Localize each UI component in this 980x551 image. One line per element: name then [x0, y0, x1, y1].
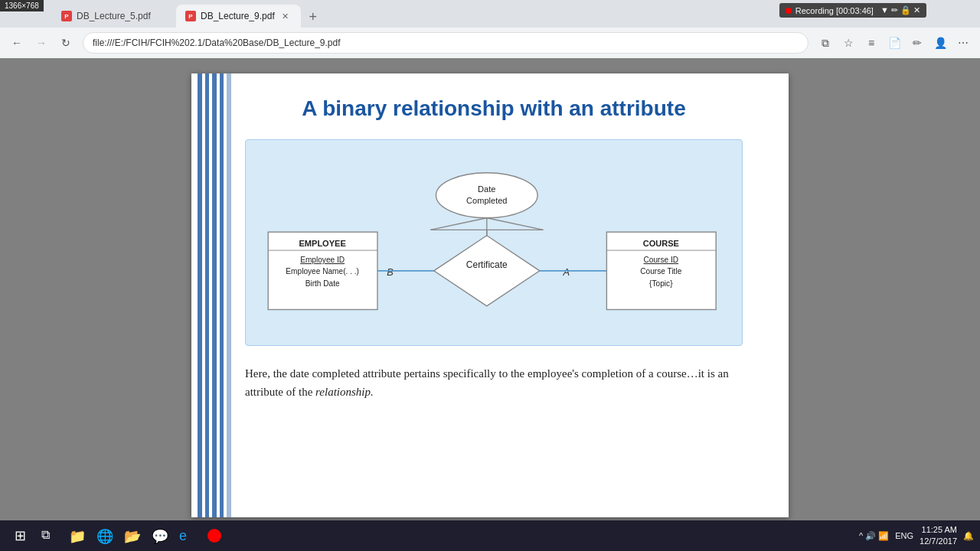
- page-content: A binary relationship with an attribute …: [245, 96, 743, 401]
- new-tab-button[interactable]: +: [302, 6, 324, 28]
- user-icon[interactable]: 👤: [929, 32, 951, 54]
- tab1-label: DB_Lecture_5.pdf: [77, 11, 151, 21]
- stripe-5: [227, 73, 231, 517]
- recording-controls: ▼ ✏ 🔒 ✕: [880, 5, 920, 15]
- close-tab-button[interactable]: ✕: [279, 10, 292, 22]
- tab-lecture9[interactable]: P DB_Lecture_9.pdf ✕: [176, 5, 301, 28]
- browser-chrome: 1366×768 P DB_Lecture_5.pdf P DB_Lecture…: [0, 0, 980, 58]
- date-completed-attribute: [436, 173, 537, 218]
- course-name: COURSE: [643, 239, 679, 248]
- annotate-icon[interactable]: ✏: [906, 32, 928, 54]
- course-topic: {Topic}: [649, 279, 673, 288]
- notification-icon[interactable]: 🔔: [963, 531, 974, 541]
- pdf-toolbar-icon[interactable]: 📄: [884, 32, 905, 54]
- cardinality-b: B: [387, 266, 394, 278]
- employee-name: EMPLOYEE: [299, 239, 345, 248]
- cert-label1: Certificate: [466, 259, 508, 270]
- taskbar-right: ^ 🔊 📶 ENG 11:25 AM 12/7/2017 🔔: [859, 524, 974, 548]
- resolution-badge: 1366×768: [0, 0, 44, 11]
- sidebar-icon[interactable]: ⧉: [815, 32, 836, 54]
- line-attr-right: [487, 218, 544, 230]
- tab-lecture5[interactable]: P DB_Lecture_5.pdf: [52, 5, 175, 28]
- taskbar-time: 11:25 AM 12/7/2017: [920, 524, 957, 548]
- page-stripes: [191, 73, 237, 517]
- date-label2: Completed: [466, 196, 507, 205]
- taskview-button[interactable]: ⧉: [37, 523, 61, 548]
- pdf-page: A binary relationship with an attribute …: [191, 73, 789, 517]
- folder-icon: 📁: [69, 528, 84, 543]
- date-label1: Date: [478, 184, 495, 194]
- folder2-button[interactable]: 📂: [119, 523, 144, 548]
- er-diagram: EMPLOYEE Employee ID Employee Name(. . .…: [261, 155, 727, 330]
- recording-dot: [786, 8, 792, 14]
- more-icon[interactable]: ⋯: [952, 32, 974, 54]
- pdf-icon-tab2: P: [185, 11, 196, 21]
- time-display: 11:25 AM: [920, 524, 957, 536]
- taskview-icon: ⧉: [41, 528, 57, 543]
- reload-button[interactable]: ↻: [55, 32, 77, 54]
- date-display: 12/7/2017: [920, 536, 957, 547]
- recording-label: Recording [00:03:46]: [795, 6, 874, 15]
- diagram-container: EMPLOYEE Employee ID Employee Name(. . .…: [245, 139, 743, 346]
- start-button[interactable]: ⊞: [6, 522, 34, 549]
- record-button[interactable]: [202, 523, 227, 548]
- toolbar-icons: ⧉ ☆ ≡ 📄 ✏ 👤 ⋯: [815, 32, 974, 54]
- address-bar[interactable]: file:///E:/FCIH/FCIH%202.1/Data%20Base/D…: [83, 32, 808, 54]
- cardinality-a: A: [563, 266, 570, 278]
- taskbar: ⊞ ⧉ 📁 🌐 📂 💬 e ^ 🔊 📶 ENG 11:25 AM 12/7/20…: [0, 520, 980, 551]
- taskbar-icons: ^ 🔊 📶: [859, 531, 889, 541]
- stripe-1: [198, 73, 202, 517]
- folder2-icon: 📂: [124, 528, 139, 543]
- slide-title: A binary relationship with an attribute: [245, 96, 743, 121]
- bookmark-icon[interactable]: ☆: [838, 32, 859, 54]
- chrome-button[interactable]: 🌐: [92, 523, 116, 548]
- language-label: ENG: [895, 531, 913, 540]
- forward-button[interactable]: →: [31, 32, 52, 54]
- line-attr-left: [430, 218, 487, 230]
- address-bar-row: ← → ↻ file:///E:/FCIH/FCIH%202.1/Data%20…: [0, 28, 980, 58]
- record-icon: [207, 529, 221, 543]
- address-text: file:///E:/FCIH/FCIH%202.1/Data%20Base/D…: [93, 37, 341, 48]
- ie-button[interactable]: e: [175, 523, 199, 548]
- file-explorer-button[interactable]: 📁: [64, 523, 89, 548]
- chrome-icon: 🌐: [96, 528, 112, 543]
- recording-badge: Recording [00:03:46] ▼ ✏ 🔒 ✕: [779, 3, 926, 18]
- certificate-relationship: [434, 236, 540, 306]
- pdf-icon-tab1: P: [61, 11, 72, 21]
- ie-icon: e: [179, 528, 194, 543]
- description-text: Here, the date completed attribute perta…: [245, 364, 743, 401]
- tab2-label: DB_Lecture_9.pdf: [201, 11, 275, 21]
- pdf-viewer: A binary relationship with an attribute …: [0, 58, 980, 520]
- menu-icon[interactable]: ≡: [861, 32, 882, 54]
- course-id: Course ID: [644, 256, 679, 264]
- tab-bar: 1366×768 P DB_Lecture_5.pdf P DB_Lecture…: [0, 0, 980, 28]
- employee-birthdate: Birth Date: [305, 279, 340, 288]
- stripe-2: [205, 73, 210, 517]
- messenger-button[interactable]: 💬: [147, 523, 172, 548]
- employee-id: Employee ID: [300, 256, 345, 264]
- employee-name-attr: Employee Name(. . .): [286, 267, 359, 276]
- messenger-icon: 💬: [152, 528, 167, 543]
- course-title: Course Title: [640, 267, 681, 276]
- stripe-4: [220, 73, 224, 517]
- stripe-3: [212, 73, 217, 517]
- back-button[interactable]: ←: [6, 32, 28, 54]
